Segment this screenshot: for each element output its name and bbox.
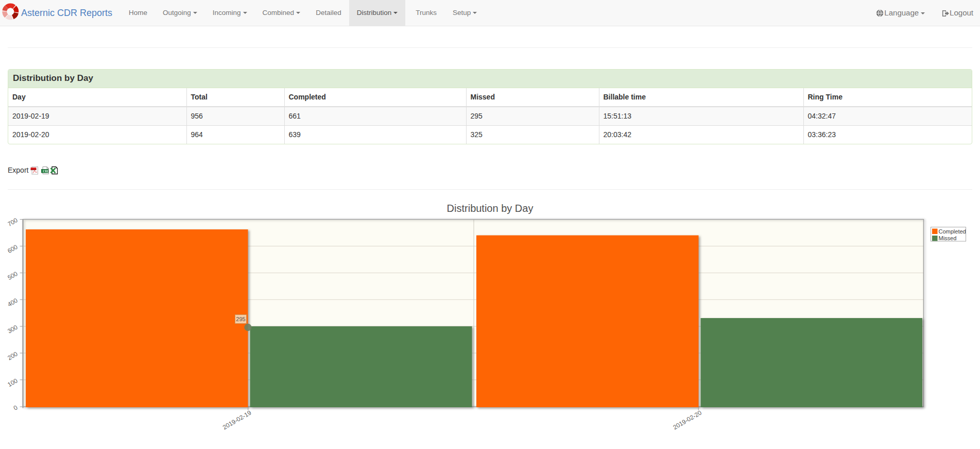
svg-text:600: 600 — [8, 243, 19, 255]
svg-text:Distribution by Day: Distribution by Day — [447, 203, 534, 214]
svg-text:Completed: Completed — [939, 228, 966, 235]
svg-text:2019-02-19: 2019-02-19 — [221, 409, 252, 431]
svg-text:500: 500 — [8, 270, 19, 281]
svg-text:2019-02-20: 2019-02-20 — [672, 409, 703, 431]
svg-text:300: 300 — [8, 323, 19, 335]
svg-text:0: 0 — [12, 404, 19, 412]
svg-text:700: 700 — [8, 217, 19, 228]
svg-text:200: 200 — [8, 350, 19, 361]
svg-text:400: 400 — [8, 297, 19, 308]
svg-text:295: 295 — [236, 316, 245, 322]
svg-text:Missed: Missed — [939, 235, 957, 241]
svg-text:100: 100 — [8, 377, 19, 388]
